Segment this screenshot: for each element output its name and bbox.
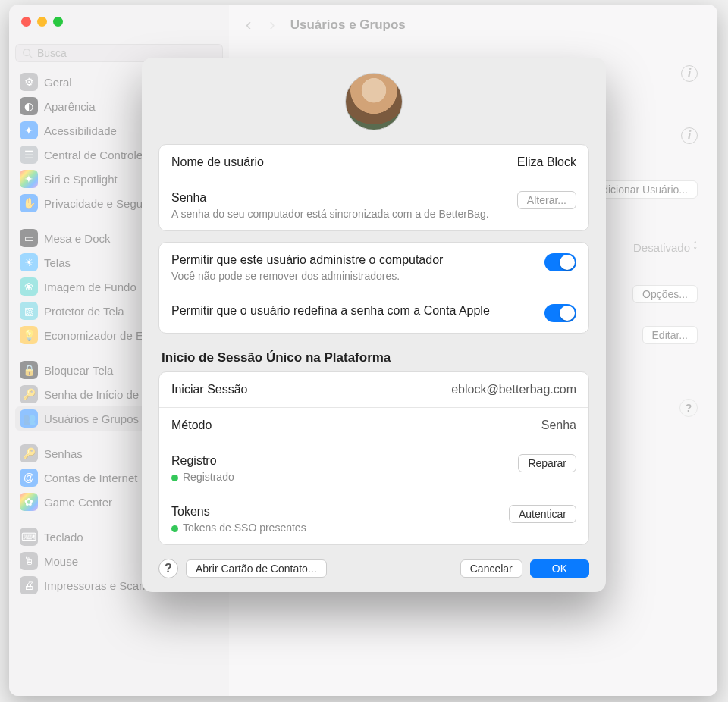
admin-toggle-sub: Você não pode se remover dos administrad… [171,270,443,282]
sso-method-label: Método [171,418,212,432]
sso-login-label: Iniciar Sessão [171,383,248,396]
identity-card: Nome de usuário Eliza Block Senha A senh… [158,144,589,231]
sso-tokens-status: Tokens de SSO presentes [183,522,306,534]
cancel-button[interactable]: Cancelar [460,559,522,578]
password-sub: A senha do seu computador está sincroniz… [171,208,489,220]
open-contact-card-button[interactable]: Abrir Cartão de Contato... [186,559,327,578]
permissions-card: Permitir que este usuário administre o c… [158,242,589,334]
admin-toggle[interactable] [544,253,576,271]
avatar[interactable] [345,73,403,130]
sso-tokens-label: Tokens [171,505,306,519]
status-dot-icon [171,525,178,532]
reset-password-label: Permitir que o usuário redefina a senha … [171,304,490,318]
sso-register-status: Registrado [183,471,234,483]
sso-card: Iniciar Sessão eblock@betterbag.com Méto… [158,371,589,545]
settings-window: Busca ⚙Geral◐Aparência✦Acessibilidade☰Ce… [9,5,717,696]
ok-button[interactable]: OK [530,559,589,578]
sso-register-label: Registro [171,454,234,468]
sso-method-value: Senha [541,418,576,432]
authenticate-button[interactable]: Autenticar [509,505,576,523]
status-dot-icon [171,475,178,481]
username-value: Eliza Block [517,155,576,169]
user-detail-modal: Nome de usuário Eliza Block Senha A senh… [142,58,606,592]
zoom-window-icon[interactable] [53,17,63,27]
apple-reset-toggle[interactable] [544,304,576,322]
sso-login-value: eblock@betterbag.com [451,383,576,396]
change-password-button[interactable]: Alterar... [517,191,576,209]
help-button[interactable]: ? [158,559,178,578]
close-window-icon[interactable] [21,17,31,27]
repair-button[interactable]: Reparar [518,454,576,472]
minimize-window-icon[interactable] [37,17,47,27]
username-label: Nome de usuário [171,155,264,169]
modal-footer: ? Abrir Cartão de Contato... Cancelar OK [158,559,589,578]
admin-toggle-label: Permitir que este usuário administre o c… [171,253,443,267]
sso-section-title: Início de Sessão Único na Plataforma [158,350,589,365]
window-controls [21,17,63,27]
password-label: Senha [171,191,489,205]
